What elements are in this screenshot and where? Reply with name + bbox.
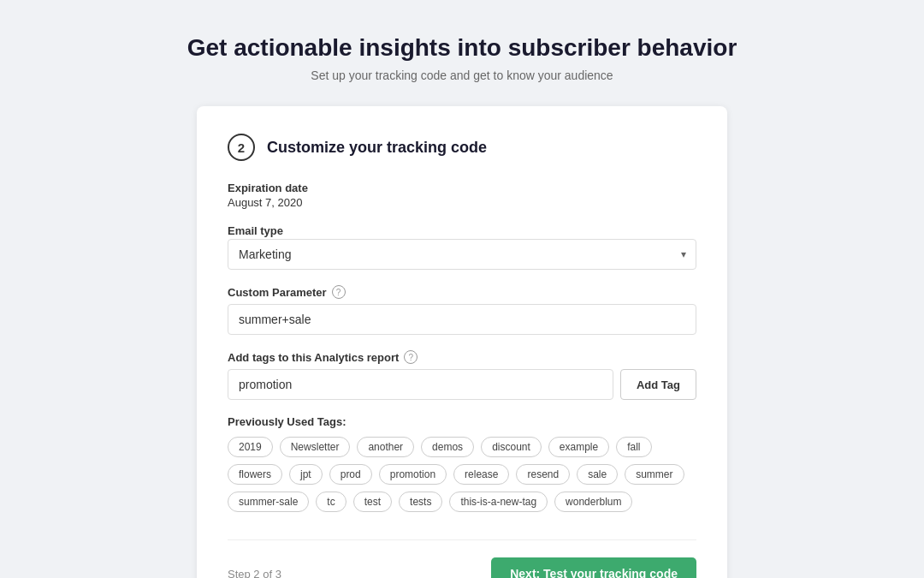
custom-param-field: Custom Parameter ? <box>228 285 696 335</box>
email-type-field: Email type Marketing Transactional Other… <box>228 224 696 270</box>
list-item[interactable]: discount <box>481 437 542 457</box>
list-item[interactable]: test <box>353 492 392 512</box>
card-title: Customize your tracking code <box>267 139 487 157</box>
list-item[interactable]: fall <box>616 437 651 457</box>
tags-container: 2019Newsletteranotherdemosdiscountexampl… <box>228 437 696 512</box>
list-item[interactable]: another <box>357 437 414 457</box>
custom-param-label-row: Custom Parameter ? <box>228 285 696 299</box>
tags-label: Add tags to this Analytics report <box>228 351 399 364</box>
list-item[interactable]: this-is-a-new-tag <box>449 492 548 512</box>
expiration-field: Expiration date August 7, 2020 <box>228 182 696 209</box>
list-item[interactable]: 2019 <box>228 437 273 457</box>
custom-param-input[interactable] <box>228 304 696 335</box>
custom-param-help-icon[interactable]: ? <box>332 285 346 299</box>
list-item[interactable]: prod <box>329 464 372 485</box>
card-footer: Step 2 of 3 Next: Test your tracking cod… <box>228 539 696 578</box>
tag-input[interactable] <box>228 369 613 400</box>
card-header: 2 Customize your tracking code <box>228 134 696 161</box>
tags-field: Add tags to this Analytics report ? Add … <box>228 350 696 400</box>
list-item[interactable]: flowers <box>228 464 282 485</box>
email-type-label: Email type <box>228 224 696 237</box>
expiration-value: August 7, 2020 <box>228 196 696 209</box>
next-button[interactable]: Next: Test your tracking code <box>491 557 696 578</box>
page-subtitle: Set up your tracking code and get to kno… <box>187 69 737 82</box>
list-item[interactable]: resend <box>516 464 570 485</box>
list-item[interactable]: promotion <box>379 464 447 485</box>
main-card: 2 Customize your tracking code Expiratio… <box>197 106 727 578</box>
list-item[interactable]: example <box>548 437 609 457</box>
list-item[interactable]: jpt <box>289 464 323 485</box>
tags-help-icon[interactable]: ? <box>404 350 418 364</box>
list-item[interactable]: Newsletter <box>280 437 351 457</box>
list-item[interactable]: tests <box>399 492 442 512</box>
page-header: Get actionable insights into subscriber … <box>187 34 737 82</box>
tags-label-row: Add tags to this Analytics report ? <box>228 350 696 364</box>
page-title: Get actionable insights into subscriber … <box>187 34 737 62</box>
email-type-select[interactable]: Marketing Transactional Other <box>228 239 696 270</box>
list-item[interactable]: summer <box>625 464 684 485</box>
email-type-select-wrapper: Marketing Transactional Other ▾ <box>228 239 696 270</box>
step-circle: 2 <box>228 134 255 161</box>
list-item[interactable]: release <box>453 464 509 485</box>
list-item[interactable]: wonderblum <box>554 492 632 512</box>
expiration-label: Expiration date <box>228 182 696 194</box>
tag-input-row: Add Tag <box>228 369 696 400</box>
custom-param-label: Custom Parameter <box>228 286 327 299</box>
step-indicator: Step 2 of 3 <box>228 568 281 579</box>
list-item[interactable]: tc <box>316 492 346 512</box>
list-item[interactable]: sale <box>577 464 618 485</box>
previously-used-label: Previously Used Tags: <box>228 415 696 428</box>
list-item[interactable]: summer-sale <box>228 492 309 512</box>
list-item[interactable]: demos <box>421 437 474 457</box>
add-tag-button[interactable]: Add Tag <box>620 369 696 400</box>
